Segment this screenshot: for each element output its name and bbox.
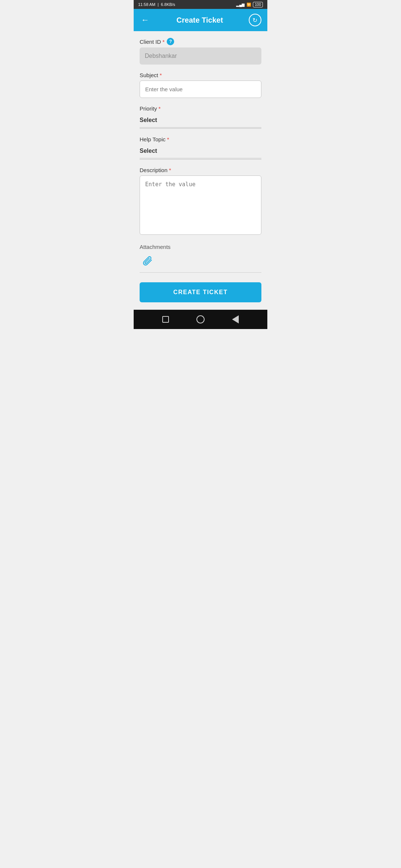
create-ticket-button[interactable]: CREATE TICKET	[140, 282, 261, 302]
status-data-speed: |	[157, 2, 159, 7]
signal-icon: ▂▄▆	[236, 3, 245, 7]
description-label: Description *	[140, 167, 261, 173]
nav-square-button[interactable]	[162, 316, 169, 323]
description-input[interactable]	[140, 175, 261, 235]
client-id-help-icon[interactable]: ?	[167, 38, 174, 45]
help-topic-label: Help Topic *	[140, 136, 261, 142]
help-topic-required: *	[167, 136, 169, 142]
nav-back-button[interactable]	[232, 315, 239, 323]
attachment-button[interactable]	[140, 253, 156, 269]
priority-field: Priority * Select	[140, 105, 261, 129]
attachments-label: Attachments	[140, 244, 261, 250]
status-time: 11:58 AM	[138, 2, 155, 7]
subject-label: Subject *	[140, 72, 261, 78]
status-bar: 11:58 AM | 6.8KB/s ▂▄▆ 🛜 100	[134, 0, 267, 9]
nav-circle-icon	[196, 315, 205, 323]
priority-select[interactable]: Select	[140, 114, 261, 128]
wifi-icon: 🛜	[247, 3, 251, 7]
status-bar-right: ▂▄▆ 🛜 100	[236, 2, 263, 7]
bottom-nav	[134, 310, 267, 329]
client-id-label: Client ID * ?	[140, 38, 261, 45]
priority-divider	[140, 128, 261, 129]
client-id-required: *	[163, 39, 165, 45]
priority-label: Priority *	[140, 105, 261, 112]
subject-required: *	[160, 72, 162, 78]
attachments-divider	[140, 272, 261, 273]
refresh-button[interactable]: ↻	[249, 14, 261, 26]
nav-square-icon	[162, 316, 169, 323]
paperclip-icon	[141, 254, 154, 268]
priority-required: *	[159, 105, 161, 112]
help-topic-select[interactable]: Select	[140, 145, 261, 158]
help-topic-divider	[140, 159, 261, 160]
nav-circle-button[interactable]	[196, 315, 205, 323]
description-field: Description *	[140, 167, 261, 236]
back-button[interactable]: ←	[140, 14, 151, 26]
subject-field: Subject *	[140, 72, 261, 98]
form-container: Client ID * ? Subject * Priority * Selec…	[134, 31, 267, 310]
status-speed: 6.8KB/s	[161, 2, 175, 7]
status-bar-left: 11:58 AM | 6.8KB/s	[138, 2, 175, 7]
subject-input[interactable]	[140, 80, 261, 98]
page-title: Create Ticket	[176, 16, 223, 24]
description-required: *	[169, 167, 171, 173]
battery-badge: 100	[253, 2, 263, 7]
app-header: ← Create Ticket ↻	[134, 9, 267, 31]
nav-triangle-icon	[232, 315, 239, 323]
client-id-field: Client ID * ?	[140, 38, 261, 65]
attachments-section: Attachments	[140, 244, 261, 273]
client-id-input	[140, 47, 261, 65]
help-topic-field: Help Topic * Select	[140, 136, 261, 160]
